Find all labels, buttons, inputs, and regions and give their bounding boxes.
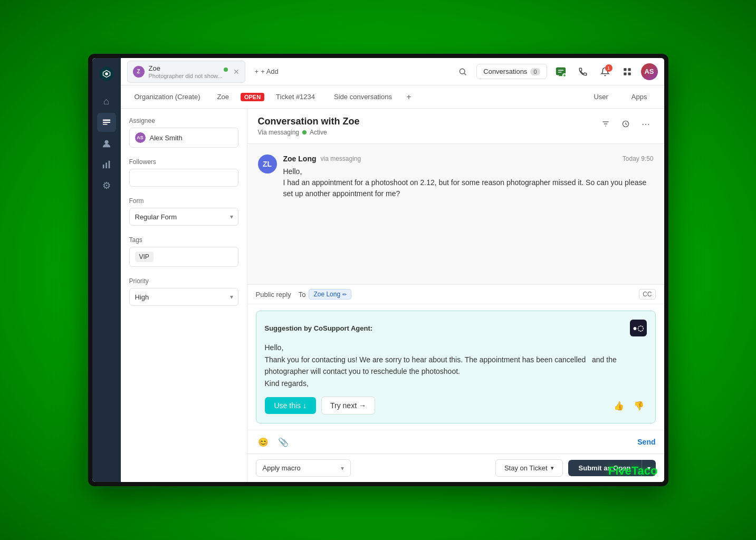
priority-select[interactable]: High — [129, 288, 238, 306]
messaging-status-dot — [562, 73, 567, 78]
priority-field-group: Priority High — [129, 277, 238, 306]
message-line-1: Hello, — [283, 166, 654, 177]
tags-field[interactable]: VIP — [129, 247, 238, 267]
suggestion-header: Suggestion by CoSupport Agent: ●◌ — [265, 320, 647, 336]
history-icon[interactable] — [618, 116, 634, 132]
message-time: Today 9:50 — [623, 155, 654, 162]
conversation-panel: Conversation with Zoe Via messaging Acti… — [247, 109, 664, 482]
tab-close-icon[interactable]: ✕ — [233, 68, 240, 76]
conversation-header-actions: ⋯ — [598, 116, 654, 132]
nav-tab-apps[interactable]: Apps — [621, 90, 658, 104]
tab-contact: Zoe — [149, 64, 223, 72]
nav-tab-side-conversations[interactable]: Side conversations — [327, 90, 399, 104]
nav-right-tabs: User Apps — [583, 90, 657, 104]
tab-status-dot — [224, 68, 228, 72]
suggestion-box: Suggestion by CoSupport Agent: ●◌ Hello,… — [256, 311, 656, 423]
notifications-icon[interactable]: 1 — [597, 63, 614, 80]
conversation-status-dot — [302, 130, 307, 134]
to-tag[interactable]: Zoe Long ✏ — [309, 289, 351, 300]
form-select[interactable]: Regular Form — [129, 208, 238, 226]
attachment-icon[interactable]: 📎 — [276, 435, 291, 449]
message-avatar: ZL — [258, 155, 277, 173]
conversation-header: Conversation with Zoe Via messaging Acti… — [247, 109, 664, 144]
search-button[interactable] — [454, 63, 471, 80]
left-panel: Assignee AS Alex Smith Followers Form — [121, 109, 247, 482]
sidebar: ⌂ ⚙ — [92, 58, 121, 482]
priority-label: Priority — [129, 277, 238, 285]
nav-tab-zoe[interactable]: Zoe — [210, 90, 236, 104]
followers-label: Followers — [129, 158, 238, 166]
user-avatar[interactable]: AS — [641, 63, 658, 80]
fivetaco-branding: FiveTaco — [608, 464, 658, 478]
svg-rect-12 — [628, 68, 630, 71]
send-button[interactable]: Send — [637, 438, 655, 446]
to-label: To — [299, 291, 306, 298]
use-this-button[interactable]: Use this ↓ — [265, 397, 316, 414]
sidebar-users-icon[interactable] — [97, 134, 116, 153]
message-line-2: I had an appointment for a photoshoot on… — [283, 177, 654, 199]
reply-to-row: Public reply To Zoe Long ✏ CC — [247, 285, 664, 304]
tab-avatar: Z — [133, 66, 145, 78]
message-sender: Zoe Long — [283, 155, 317, 163]
followers-value[interactable] — [129, 169, 238, 187]
assignee-name: Alex Smith — [150, 134, 183, 142]
priority-value: High — [135, 293, 149, 301]
assignee-field-group: Assignee AS Alex Smith — [129, 117, 238, 148]
second-nav: Organization (Create) Zoe OPEN Ticket #1… — [121, 85, 664, 109]
public-reply-tab[interactable]: Public reply — [256, 291, 291, 298]
suggestion-text: Hello, Thank you for contacting us! We a… — [265, 342, 647, 389]
nav-plus-icon[interactable]: + — [401, 90, 416, 104]
try-next-button[interactable]: Try next → — [321, 397, 375, 414]
reply-toolbar: 😊 📎 Send — [247, 430, 664, 454]
active-tab[interactable]: Z Zoe Photographer did not show... ✕ — [127, 61, 245, 83]
messaging-icon[interactable] — [552, 63, 569, 80]
nav-tab-organization[interactable]: Organization (Create) — [127, 90, 208, 104]
message-header: Zoe Long via messaging Today 9:50 — [283, 155, 654, 163]
thumbs-up-icon[interactable]: 👍 — [611, 398, 627, 413]
svg-rect-6 — [102, 165, 104, 168]
conversations-button[interactable]: Conversations 0 — [476, 64, 547, 79]
suggestion-actions: Use this ↓ Try next → 👍 👎 — [265, 397, 647, 414]
nav-tab-user[interactable]: User — [583, 90, 618, 104]
more-icon[interactable]: ⋯ — [638, 116, 654, 132]
tags-label: Tags — [129, 236, 238, 244]
sidebar-reports-icon[interactable] — [97, 155, 116, 174]
thumbs-down-icon[interactable]: 👎 — [631, 398, 647, 413]
sidebar-tickets-icon[interactable] — [97, 113, 116, 132]
conversation-title: Conversation with Zoe — [258, 116, 360, 127]
followers-field-group: Followers — [129, 158, 238, 187]
nav-tab-ticket[interactable]: Ticket #1234 — [269, 90, 322, 104]
suggestion-line-3: Kind regards, — [265, 378, 647, 389]
form-select-wrapper: Regular Form — [129, 208, 238, 226]
cosupport-logo: ●◌ — [630, 320, 647, 336]
conversations-label: Conversations — [483, 68, 527, 75]
top-bar: Z Zoe Photographer did not show... ✕ + +… — [121, 58, 664, 85]
message-content: Zoe Long via messaging Today 9:50 Hello,… — [283, 155, 654, 199]
apply-macro-select[interactable]: Apply macro ▾ — [256, 459, 351, 477]
svg-rect-4 — [102, 124, 107, 125]
cc-button[interactable]: CC — [639, 289, 655, 300]
message-block: ZL Zoe Long via messaging Today 9:50 Hel… — [258, 155, 654, 199]
nav-ticket-group: OPEN Ticket #1234 — [238, 90, 324, 104]
stay-on-ticket-button[interactable]: Stay on Ticket ▾ — [495, 459, 563, 477]
conversation-via: Via messaging — [258, 129, 300, 136]
conversation-subtitle: Via messaging Active — [258, 129, 360, 136]
phone-icon[interactable] — [575, 63, 591, 80]
grid-icon[interactable] — [619, 63, 636, 80]
tags-field-group: Tags VIP — [129, 236, 238, 267]
sidebar-settings-icon[interactable]: ⚙ — [97, 176, 116, 195]
sidebar-home-icon[interactable]: ⌂ — [97, 92, 116, 111]
messages-area: ZL Zoe Long via messaging Today 9:50 Hel… — [247, 144, 664, 284]
suggestion-line-2: Thank you for contacting us! We are sorr… — [265, 354, 647, 378]
stay-ticket-dropdown-icon: ▾ — [551, 465, 554, 471]
ticket-open-badge: OPEN — [241, 93, 264, 101]
app-logo[interactable] — [97, 64, 116, 83]
emoji-icon[interactable]: 😊 — [256, 435, 271, 449]
add-tab-button[interactable]: + + Add — [250, 65, 284, 78]
svg-point-1 — [105, 72, 108, 75]
message-channel: via messaging — [321, 155, 361, 162]
assignee-value[interactable]: AS Alex Smith — [129, 128, 238, 148]
filter-icon[interactable] — [598, 116, 614, 132]
priority-select-wrapper: High — [129, 288, 238, 306]
svg-point-5 — [104, 140, 108, 144]
